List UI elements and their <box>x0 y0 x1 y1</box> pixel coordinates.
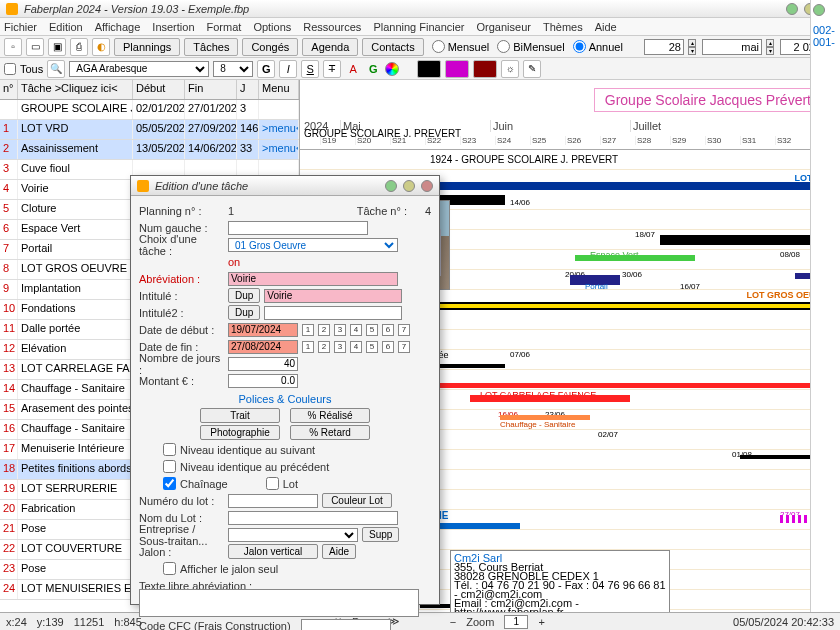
tab-conges[interactable]: Congés <box>242 38 298 56</box>
italic-icon[interactable]: I <box>279 60 297 78</box>
menu-ressources[interactable]: Ressources <box>303 21 361 33</box>
font-select[interactable]: AGA Arabesque <box>69 61 209 77</box>
choix-tache-select[interactable]: 01 Gros Oeuvre <box>228 238 398 252</box>
menu-organiseur[interactable]: Organiseur <box>477 21 531 33</box>
df-5[interactable]: 5 <box>366 341 378 353</box>
sun-icon[interactable]: ☼ <box>501 60 519 78</box>
df-3[interactable]: 3 <box>334 341 346 353</box>
df-2[interactable]: 2 <box>318 341 330 353</box>
menu-insertion[interactable]: Insertion <box>152 21 194 33</box>
date-fin-input[interactable] <box>228 340 298 354</box>
table-row[interactable]: GROUPE SCOLAIRE J. PREVERT02/01/202427/0… <box>0 100 299 120</box>
niveau-suivant-check[interactable] <box>163 443 176 456</box>
month-field[interactable] <box>702 39 762 55</box>
dd-7[interactable]: 7 <box>398 324 410 336</box>
texte-libre-input[interactable] <box>139 589 419 617</box>
menu-themes[interactable]: Thèmes <box>543 21 583 33</box>
df-1[interactable]: 1 <box>302 341 314 353</box>
dialog-titlebar[interactable]: Edition d'une tâche <box>131 176 439 196</box>
day-spinner[interactable]: ▴▾ <box>688 39 696 55</box>
zoom-out-icon[interactable]: − <box>450 616 456 628</box>
retard-button[interactable]: % Retard <box>290 425 370 440</box>
dup2-button[interactable]: Dup <box>228 305 260 320</box>
radio-bimensuel[interactable]: BiMensuel <box>497 40 564 53</box>
trait-button[interactable]: Trait <box>200 408 280 423</box>
paint-icon[interactable]: ✎ <box>523 60 541 78</box>
dlg-close-icon[interactable] <box>421 180 433 192</box>
col-j[interactable]: J <box>237 80 259 99</box>
color2-icon[interactable] <box>445 60 469 78</box>
menu-affichage[interactable]: Affichage <box>95 21 141 33</box>
dd-5[interactable]: 5 <box>366 324 378 336</box>
couleur-lot-button[interactable]: Couleur Lot <box>322 493 392 508</box>
underline-icon[interactable]: S <box>301 60 319 78</box>
afficher-jalon-check[interactable] <box>163 562 176 575</box>
help-icon[interactable]: ◐ <box>92 38 110 56</box>
nb-jours-input[interactable] <box>228 357 298 371</box>
menu-format[interactable]: Format <box>207 21 242 33</box>
tous-checkbox[interactable] <box>4 63 16 75</box>
strike-icon[interactable]: T̶ <box>323 60 341 78</box>
num-lot-input[interactable] <box>228 494 318 508</box>
cfc-input[interactable] <box>301 619 391 631</box>
bold-g-icon[interactable]: G <box>365 61 381 77</box>
minimize-icon[interactable] <box>786 3 798 15</box>
dlg-min-icon[interactable] <box>385 180 397 192</box>
tab-taches[interactable]: Tâches <box>184 38 238 56</box>
month-spinner[interactable]: ▴▾ <box>766 39 774 55</box>
dlg-max-icon[interactable] <box>403 180 415 192</box>
new-icon[interactable]: ▫ <box>4 38 22 56</box>
dd-1[interactable]: 1 <box>302 324 314 336</box>
df-6[interactable]: 6 <box>382 341 394 353</box>
menu-planning-financier[interactable]: Planning Financier <box>373 21 464 33</box>
open-icon[interactable]: ▭ <box>26 38 44 56</box>
save-icon[interactable]: ▣ <box>48 38 66 56</box>
radio-mensuel[interactable]: Mensuel <box>432 40 490 53</box>
print-icon[interactable]: ⎙ <box>70 38 88 56</box>
day-field[interactable] <box>644 39 684 55</box>
num-gauche-input[interactable] <box>228 221 368 235</box>
date-debut-input[interactable] <box>228 323 298 337</box>
col-menu[interactable]: Menu <box>259 80 299 99</box>
intitule1-input[interactable] <box>264 289 402 303</box>
zoom-input[interactable] <box>504 615 528 629</box>
bold-icon[interactable]: G <box>257 60 275 78</box>
menu-aide[interactable]: Aide <box>595 21 617 33</box>
color1-icon[interactable] <box>417 60 441 78</box>
menu-edition[interactable]: Edition <box>49 21 83 33</box>
nom-lot-input[interactable] <box>228 511 398 525</box>
color3-icon[interactable] <box>473 60 497 78</box>
niveau-precedent-check[interactable] <box>163 460 176 473</box>
photo-button[interactable]: Photographie <box>200 425 280 440</box>
df-7[interactable]: 7 <box>398 341 410 353</box>
tab-agenda[interactable]: Agenda <box>302 38 358 56</box>
bar-voirie[interactable] <box>660 235 830 245</box>
lot-check[interactable] <box>266 477 279 490</box>
montant-input[interactable] <box>228 374 298 388</box>
chainage-check[interactable] <box>163 477 176 490</box>
dd-2[interactable]: 2 <box>318 324 330 336</box>
palette-icon[interactable] <box>385 62 399 76</box>
supp-button[interactable]: Supp <box>362 527 399 542</box>
bar-cs[interactable] <box>500 415 590 420</box>
bar-ev[interactable] <box>575 255 695 261</box>
dd-3[interactable]: 3 <box>334 324 346 336</box>
realise-button[interactable]: % Réalisé <box>290 408 370 423</box>
df-4[interactable]: 4 <box>350 341 362 353</box>
bar-lcf[interactable] <box>470 395 630 402</box>
dup1-button[interactable]: Dup <box>228 288 260 303</box>
font-color-icon[interactable]: A <box>345 61 361 77</box>
col-debut[interactable]: Début <box>133 80 185 99</box>
intitule2-input[interactable] <box>264 306 402 320</box>
table-row[interactable]: 2Assainissement13/05/202414/06/202433>me… <box>0 140 299 160</box>
table-row[interactable]: 1LOT VRD05/05/202427/09/2024146>menu< <box>0 120 299 140</box>
zoom-in-icon[interactable]: + <box>538 616 544 628</box>
aide-button[interactable]: Aide <box>322 544 356 559</box>
dd-4[interactable]: 4 <box>350 324 362 336</box>
side-min-icon[interactable] <box>813 4 825 16</box>
col-n[interactable]: n° <box>0 80 18 99</box>
zoom-icon[interactable]: 🔍 <box>47 60 65 78</box>
menu-options[interactable]: Options <box>253 21 291 33</box>
jalon-vertical-button[interactable]: Jalon vertical <box>228 544 318 559</box>
tab-plannings[interactable]: Plannings <box>114 38 180 56</box>
